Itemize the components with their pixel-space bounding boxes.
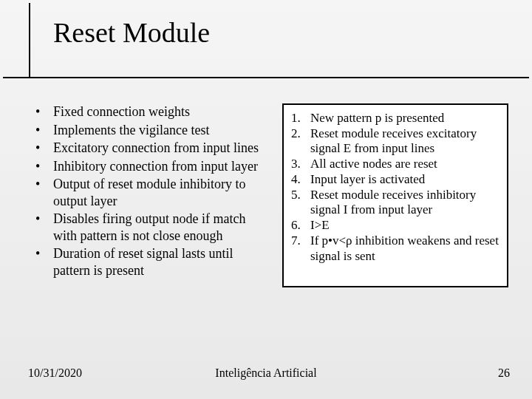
right-box: 1.New pattern p is presented 2.Reset mod… bbox=[282, 103, 508, 287]
slide-title: Reset Module bbox=[53, 16, 210, 49]
list-item: •Fixed connection weights bbox=[35, 103, 272, 120]
list-number: 4. bbox=[291, 172, 304, 188]
list-item: •Output of reset module inhibitory to ou… bbox=[35, 176, 272, 209]
footer-center: Inteligência Artificial bbox=[0, 366, 532, 380]
list-item-text: Duration of reset signal lasts until pat… bbox=[53, 245, 272, 279]
list-item-text: Reset module receives excitatory signal … bbox=[310, 126, 499, 157]
title-horizontal-rule bbox=[3, 77, 529, 78]
list-item: 2.Reset module receives excitatory signa… bbox=[291, 126, 499, 157]
list-number: 6. bbox=[291, 218, 304, 233]
bullet-icon: • bbox=[35, 176, 43, 209]
list-item-text: I>E bbox=[310, 218, 330, 233]
title-vertical-rule bbox=[29, 3, 30, 77]
list-item-text: New pattern p is presented bbox=[310, 111, 444, 126]
list-item-text: Input layer is activated bbox=[310, 172, 425, 188]
list-item: •Implements the vigilance test bbox=[35, 122, 272, 139]
list-item-text: Excitatory connection from input lines bbox=[53, 140, 259, 157]
list-item-text: Inhibitory connection from input layer bbox=[53, 158, 258, 175]
list-item-text: If p•v<ρ inhibition weakens and reset si… bbox=[310, 233, 499, 264]
list-item: 6.I>E bbox=[291, 218, 499, 233]
list-number: 2. bbox=[291, 126, 304, 157]
footer-page-number: 26 bbox=[498, 366, 510, 380]
list-item: 4.Input layer is activated bbox=[291, 172, 499, 188]
list-item-text: All active nodes are reset bbox=[310, 157, 437, 172]
list-item: 3.All active nodes are reset bbox=[291, 157, 499, 172]
list-item: •Inhibitory connection from input layer bbox=[35, 158, 272, 175]
footer: 10/31/2020 Inteligência Artificial 26 bbox=[0, 366, 532, 381]
list-item-text: Implements the vigilance test bbox=[53, 122, 209, 139]
list-item-text: Fixed connection weights bbox=[53, 103, 190, 120]
list-item-text: Disables firing output node if match wit… bbox=[53, 211, 272, 244]
bullet-icon: • bbox=[35, 140, 43, 157]
list-item-text: Reset module receives inhibitory signal … bbox=[310, 188, 499, 218]
list-number: 7. bbox=[291, 233, 304, 264]
content-area: •Fixed connection weights •Implements th… bbox=[35, 103, 508, 287]
bullet-list: •Fixed connection weights •Implements th… bbox=[35, 103, 272, 279]
list-number: 1. bbox=[291, 111, 304, 126]
bullet-icon: • bbox=[35, 158, 43, 175]
bullet-icon: • bbox=[35, 245, 43, 279]
list-item: 7.If p•v<ρ inhibition weakens and reset … bbox=[291, 233, 499, 264]
list-number: 5. bbox=[291, 188, 304, 218]
list-item: •Excitatory connection from input lines bbox=[35, 140, 272, 157]
bullet-icon: • bbox=[35, 103, 43, 120]
bullet-icon: • bbox=[35, 122, 43, 139]
list-item: •Duration of reset signal lasts until pa… bbox=[35, 245, 272, 279]
bullet-icon: • bbox=[35, 211, 43, 244]
slide: Reset Module •Fixed connection weights •… bbox=[0, 0, 532, 399]
list-item: 1.New pattern p is presented bbox=[291, 111, 499, 126]
list-item: 5.Reset module receives inhibitory signa… bbox=[291, 188, 499, 218]
list-item-text: Output of reset module inhibitory to out… bbox=[53, 176, 272, 209]
list-item: •Disables firing output node if match wi… bbox=[35, 211, 272, 244]
left-column: •Fixed connection weights •Implements th… bbox=[35, 103, 272, 280]
numbered-list: 1.New pattern p is presented 2.Reset mod… bbox=[291, 111, 499, 264]
list-number: 3. bbox=[291, 157, 304, 172]
